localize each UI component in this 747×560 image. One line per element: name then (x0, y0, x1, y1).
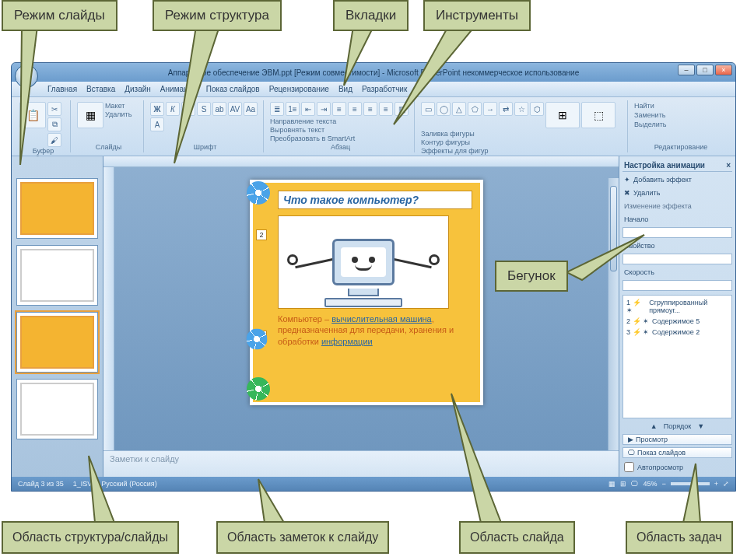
flower-icon (250, 380, 267, 397)
list-item[interactable]: 2 ⚡ ✶ Содержимое 5 (625, 316, 730, 327)
effects-list: 1 ⚡ ✶ Сгруппированный прямоуг... 2 ⚡ ✶ С… (622, 295, 732, 418)
align-text-button[interactable]: Выровнять текст (270, 126, 355, 134)
callout-tail (14, 26, 45, 166)
computer-cartoon (332, 239, 395, 285)
quick-styles-button[interactable]: ⬚ (581, 102, 615, 128)
callout-notes-area: Область заметок к слайду (216, 521, 389, 554)
shape-effects-button[interactable]: Эффекты для фигур (421, 147, 488, 155)
find-button[interactable]: Найти (634, 102, 654, 110)
minimize-button[interactable]: – (678, 65, 695, 75)
slide-image[interactable] (278, 215, 449, 309)
status-zoom: 45% (643, 480, 657, 488)
close-icon[interactable]: × (726, 161, 731, 170)
align-center-button[interactable]: ≡ (348, 102, 362, 116)
align-left-button[interactable]: ≡ (332, 102, 346, 116)
new-slide-button[interactable]: ▦ (77, 102, 103, 128)
shape-fill-button[interactable]: Заливка фигуры (421, 130, 488, 138)
slide-title[interactable]: Что такое компьютер? (278, 191, 472, 209)
slide-thumbnail[interactable] (16, 245, 98, 306)
slides-thumbnail-pane: 1 2 3 4 (12, 156, 103, 477)
font-color-button[interactable]: A (150, 117, 164, 131)
fit-icon[interactable]: ⤢ (723, 480, 729, 488)
vertical-scrollbar[interactable] (608, 178, 619, 450)
view-normal-icon[interactable]: ▦ (608, 480, 615, 488)
view-sorter-icon[interactable]: ⊞ (620, 480, 626, 488)
group-label: Слайды (77, 143, 140, 151)
zoom-out-icon[interactable]: − (661, 480, 665, 488)
svg-marker-1 (174, 26, 219, 163)
callout-slide-area: Область слайда (459, 521, 575, 554)
numbering-button[interactable]: 1≡ (286, 102, 300, 116)
close-button[interactable]: × (715, 65, 732, 75)
shape-icon[interactable]: ⬡ (530, 102, 544, 116)
current-slide[interactable]: 1 2 3 Что такое компьютер? (250, 180, 483, 405)
svg-marker-7 (451, 394, 501, 523)
select-button[interactable]: Выделить (634, 121, 667, 128)
layout-button[interactable]: Макет (105, 102, 132, 110)
text-direction-button[interactable]: Направление текста (270, 117, 355, 125)
shape-icon[interactable]: ⇄ (499, 102, 513, 116)
body-link: информации (321, 337, 373, 346)
callout-label: Область задач (637, 530, 722, 544)
section-label: Изменение эффекта (622, 201, 732, 212)
callout-tail (173, 26, 282, 166)
tab-insert[interactable]: Вставка (86, 85, 115, 93)
svg-marker-6 (258, 479, 284, 523)
tab-home[interactable]: Главная (47, 85, 77, 93)
indent-inc-button[interactable]: ⇥ (317, 102, 331, 116)
thumbnail-wrapper: 4 (16, 379, 98, 439)
ribbon: 📋 ✂ ⧉ 🖌 Буфер обмена ▦ Макет Удалить Сла… (12, 97, 735, 156)
format-painter-button[interactable]: 🖌 (47, 133, 61, 147)
reorder-down-icon[interactable]: ▼ (697, 422, 704, 430)
arrange-button[interactable]: ⊞ (545, 102, 580, 128)
autopreview-checkbox[interactable] (624, 462, 634, 472)
reorder-up-icon[interactable]: ▲ (651, 422, 658, 430)
shape-outline-button[interactable]: Контур фигуры (421, 138, 488, 146)
shape-icon[interactable]: ☆ (514, 102, 528, 116)
vertical-ruler (103, 167, 114, 450)
bold-button[interactable]: Ж (150, 102, 164, 116)
callout-tail (87, 454, 126, 524)
ribbon-group-editing: Найти Заменить Выделить Редактирование (631, 100, 731, 152)
list-item[interactable]: 1 ⚡ ✶ Сгруппированный прямоуг... (625, 297, 730, 316)
slide-viewport: 1 2 3 Что такое компьютер? (103, 167, 619, 450)
align-right-button[interactable]: ≡ (363, 102, 377, 116)
view-slideshow-icon[interactable]: 🖵 (631, 480, 638, 488)
list-item-label: Содержимое 2 (652, 328, 700, 336)
callout-label: Режим слайды (14, 8, 105, 23)
callout-tail (677, 462, 716, 524)
play-label: Просмотр (636, 436, 668, 443)
slide-body-text[interactable]: Компьютер – вычислительная машина, предн… (278, 313, 472, 347)
cut-button[interactable]: ✂ (47, 102, 61, 116)
svg-marker-2 (344, 26, 374, 86)
callout-tabs: Вкладки (333, 0, 409, 31)
callout-tail (389, 26, 498, 128)
slide-thumbnail-active[interactable] (16, 312, 98, 373)
callout-mode-outline: Режим структура (153, 0, 282, 31)
group-label: Абзац (270, 143, 411, 151)
status-slide-info: Слайд 3 из 35 (18, 480, 64, 488)
smartart-button[interactable]: Преобразовать в SmartArt (270, 135, 355, 142)
play-button[interactable]: ▶ Просмотр (622, 434, 732, 445)
tab-design[interactable]: Дизайн (124, 85, 151, 93)
slide-thumbnail[interactable] (16, 379, 98, 439)
slide-thumbnail[interactable] (16, 178, 98, 239)
indent-dec-button[interactable]: ⇤ (301, 102, 315, 116)
flower-icon (249, 331, 265, 347)
remove-button[interactable]: Удалить (633, 189, 660, 197)
maximize-button[interactable]: □ (696, 65, 714, 75)
callout-tail (339, 26, 386, 89)
task-pane-header: Настройка анимации × (622, 159, 732, 172)
list-item[interactable]: 3 ⚡ ✶ Содержимое 2 (625, 327, 730, 338)
callout-tail (257, 478, 296, 524)
add-effect-button[interactable]: Добавить эффект (633, 176, 692, 184)
delete-button[interactable]: Удалить (105, 110, 132, 118)
svg-marker-4 (566, 235, 644, 280)
slideshow-button[interactable]: 🖵 Показ слайдов (622, 447, 732, 458)
callout-runner: Бегунок (495, 261, 568, 292)
svg-marker-8 (683, 464, 700, 523)
replace-button[interactable]: Заменить (634, 111, 665, 119)
notes-pane[interactable]: Заметки к слайду (103, 450, 619, 477)
copy-button[interactable]: ⧉ (47, 117, 61, 131)
flower-icon (250, 184, 267, 201)
